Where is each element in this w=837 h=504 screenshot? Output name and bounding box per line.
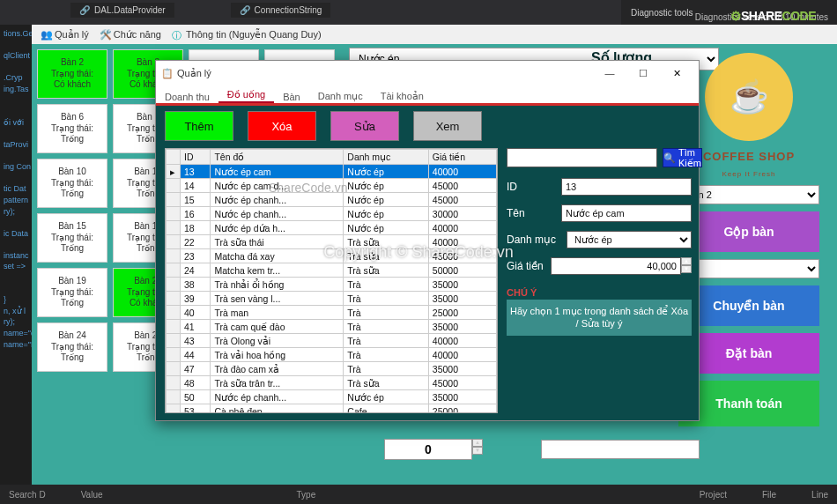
table-row[interactable]: 38Trà nhải ổi hồngTrà35000 <box>167 278 497 292</box>
table-row[interactable]: 53Cà phê đenCafe25000 <box>167 404 497 414</box>
dialog-tab[interactable]: Doanh thu <box>156 90 219 103</box>
table-row[interactable]: 44Trà vải hoa hồngTrà40000 <box>167 348 497 362</box>
id-field[interactable] <box>561 178 692 196</box>
gear-icon: ⚙ <box>730 9 742 23</box>
table-row[interactable]: 40Trà manTrà25000 <box>167 306 497 320</box>
table-row[interactable]: 50Nước ép chanh...Nước ép35000 <box>167 390 497 404</box>
name-label: Tên <box>507 207 561 219</box>
status-search[interactable]: Search D <box>9 490 46 500</box>
status-project: Project <box>700 490 727 500</box>
dialog-tab[interactable]: Đồ uống <box>219 87 274 103</box>
table-row[interactable]: 23Matcha đá xayTrà sữa45000 <box>167 249 497 263</box>
manage-dialog: 📋 Quản lý — ☐ ✕ Doanh thuĐồ uốngBànDanh … <box>155 60 700 421</box>
table-card[interactable]: Bàn 24Trạng thái:Trống <box>37 322 107 372</box>
maximize-button[interactable]: ☐ <box>626 63 660 83</box>
table-select[interactable]: Bàn 2 <box>678 185 819 204</box>
edit-button[interactable]: Sửa <box>330 111 399 141</box>
search-icon: 🔍 <box>663 152 676 164</box>
dialog-title: Quản lý <box>177 68 211 79</box>
menu-thongtin[interactable]: ⓘThông tin (Nguyễn Quang Duy) <box>168 29 325 41</box>
dialog-tab[interactable]: Tài khoản <box>372 89 433 103</box>
table-card[interactable]: Bàn 15Trạng thái:Trống <box>37 213 107 263</box>
search-button[interactable]: 🔍Tìm Kiếm <box>663 148 702 167</box>
table-row[interactable]: 18Nước ép dứa h...Nước ép40000 <box>167 221 497 235</box>
table-row[interactable]: 43Trà Olong vảiTrà40000 <box>167 334 497 348</box>
data-grid[interactable]: ID Tên đồ Danh mục Giá tiền ▸13Nước ép c… <box>165 148 498 413</box>
note-title: CHÚ Ý <box>507 287 692 298</box>
price-field[interactable] <box>551 257 681 275</box>
table-row[interactable]: ▸13Nước ép camNước ép40000 <box>167 165 497 179</box>
app-menu: 👥Quản lý 🛠️Chức năng ⓘThông tin (Nguyễn … <box>32 25 837 44</box>
quantity-input[interactable] <box>384 439 472 460</box>
link-icon: 🔗 <box>240 5 250 15</box>
table-row[interactable]: 14Nước ép cam d...Nước ép45000 <box>167 179 497 193</box>
delete-button[interactable]: Xóa <box>248 111 316 141</box>
name-field[interactable] <box>561 204 692 222</box>
quantity-spinner[interactable]: ▲▼ <box>472 439 483 460</box>
search-input[interactable] <box>507 148 657 167</box>
table-card[interactable]: Bàn 2Trạng thái:Có khách <box>37 49 107 99</box>
table-row[interactable]: 16Nước ép chanh...Nước ép30000 <box>167 207 497 221</box>
total-input[interactable] <box>541 440 700 459</box>
manage-icon: 👥 <box>41 29 51 40</box>
view-button[interactable]: Xem <box>413 111 482 141</box>
table-row[interactable]: 22Trà sữa tháiTrà sữa40000 <box>167 235 497 249</box>
ide-tab[interactable]: 🔗ConnectionString <box>231 3 331 18</box>
category-label: Danh mục <box>507 233 567 246</box>
brand-sub: Keep It Fresh <box>722 170 775 178</box>
dialog-tabs: Doanh thuĐồ uốngBànDanh mụcTài khoản <box>156 85 699 103</box>
table-row[interactable]: 24Matcha kem tr...Trà sữa50000 <box>167 263 497 278</box>
close-button[interactable]: ✕ <box>660 63 693 83</box>
col-id[interactable]: ID <box>181 150 211 165</box>
dialog-tab[interactable]: Danh mục <box>309 89 372 103</box>
info-icon: ⓘ <box>172 29 182 40</box>
table-row[interactable]: 15Nước ép chanh...Nước ép45000 <box>167 193 497 207</box>
col-category[interactable]: Danh mục <box>344 150 429 165</box>
shop-logo: ☕ <box>705 53 793 141</box>
table-row[interactable]: 41Trà cam quế đàoTrà35000 <box>167 320 497 334</box>
menu-chucnang[interactable]: 🛠️Chức năng <box>96 29 165 41</box>
table-card[interactable]: Bàn 6Trạng thái:Trống <box>37 104 107 153</box>
dialog-tab[interactable]: Bàn <box>274 90 309 103</box>
add-button[interactable]: Thêm <box>165 111 233 141</box>
reserve-table-button[interactable]: Đặt bàn <box>678 333 819 374</box>
status-line: Line <box>811 490 828 500</box>
status-value: Value <box>81 490 103 500</box>
app-icon: 📋 <box>161 68 174 79</box>
col-name[interactable]: Tên đồ <box>211 150 344 165</box>
detail-form: 🔍Tìm Kiếm ID Tên Danh mụcNước ép Giá tiề… <box>507 148 692 413</box>
ide-tab[interactable]: 🔗DAL.DataProvider <box>70 3 174 18</box>
table-row[interactable]: 47Trà đào cam xảTrà35000 <box>167 362 497 376</box>
status-type: Type <box>297 490 316 500</box>
status-file: File <box>762 490 776 500</box>
table-row[interactable]: 39Trà sen vàng l...Trà35000 <box>167 292 497 306</box>
merge-table-button[interactable]: Gộp bàn <box>678 211 819 252</box>
id-label: ID <box>507 181 561 193</box>
table-card[interactable]: Bàn 19Trạng thái:Trống <box>37 268 107 317</box>
dialog-titlebar[interactable]: 📋 Quản lý — ☐ ✕ <box>156 61 699 85</box>
link-icon: 🔗 <box>79 5 90 15</box>
ide-statusbar: Search D Value Type Project File Line <box>0 485 837 504</box>
checkout-button[interactable]: Thanh toán <box>678 381 819 426</box>
note-text: Hãy chọn 1 mục trong danh sách để Xóa / … <box>507 300 692 336</box>
table-row[interactable]: 48Trà sữa trân tr...Trà sữa45000 <box>167 376 497 390</box>
ide-tabs: 🔗DAL.DataProvider 🔗ConnectionString <box>70 3 330 18</box>
cup-icon: ☕ <box>730 81 769 113</box>
price-label: Giá tiền <box>507 260 551 272</box>
sharecode-logo: ⚙SHARECODE <box>730 9 816 23</box>
minimize-button[interactable]: — <box>593 63 626 83</box>
brand-name: COFFEE SHOP <box>703 150 795 163</box>
move-table-button[interactable]: Chuyển bàn <box>678 285 819 326</box>
menu-quanly[interactable]: 👥Quản lý <box>37 29 93 41</box>
table-select-2[interactable] <box>678 259 819 278</box>
col-price[interactable]: Giá tiền <box>428 150 496 165</box>
table-card[interactable]: Bàn 10Trạng thái:Trống <box>37 159 107 208</box>
category-field[interactable]: Nước ép <box>567 231 692 248</box>
price-spinner[interactable]: ▲▼ <box>681 257 692 275</box>
tools-icon: 🛠️ <box>100 29 110 40</box>
